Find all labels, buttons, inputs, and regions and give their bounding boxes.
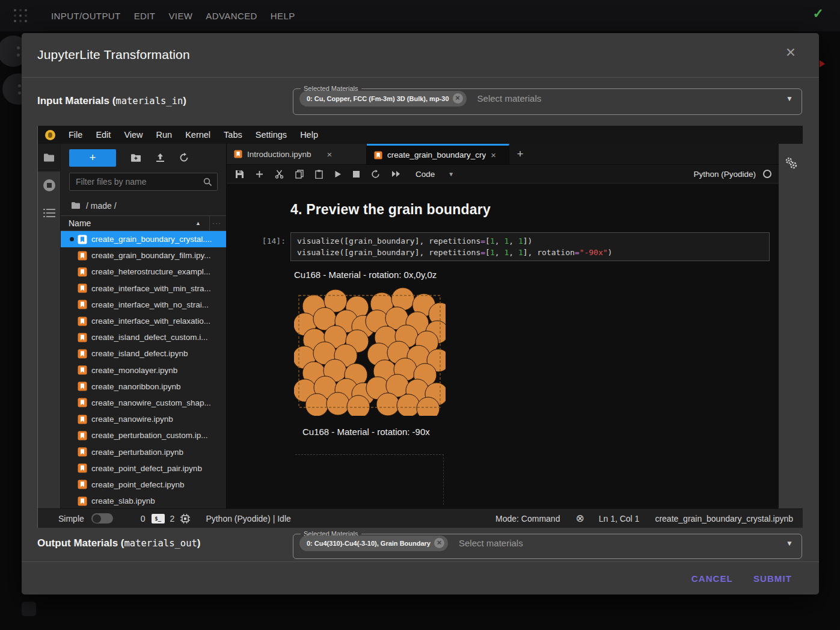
name-column-header[interactable]: Name <box>69 218 91 228</box>
notebook-content[interactable]: 4. Preview the grain boundary [14]: visu… <box>227 184 779 508</box>
code-cell[interactable]: visualize([grain_boundary], repetitions=… <box>290 232 770 261</box>
notifications-icon[interactable]: ⊗ <box>575 512 584 525</box>
kernel-name[interactable]: Python (Pyodide) <box>693 170 756 179</box>
file-row[interactable]: create_slab.ipynb <box>61 493 226 508</box>
file-name: create_nanowire.ipynb <box>91 415 173 424</box>
app-menu-item-help[interactable]: HELP <box>264 6 302 26</box>
jupyter-menu-item-tabs[interactable]: Tabs <box>217 127 249 143</box>
dropdown-arrow-icon[interactable]: ▼ <box>786 539 793 548</box>
jupyter-menu-item-view[interactable]: View <box>117 127 149 143</box>
filter-files-input[interactable]: Filter files by name <box>69 173 218 191</box>
cancel-button[interactable]: CANCEL <box>681 567 743 590</box>
new-folder-icon[interactable] <box>130 153 141 162</box>
editor-mode[interactable]: Mode: Command <box>495 514 560 523</box>
chip-remove-icon[interactable]: × <box>453 93 463 103</box>
restart-run-all-icon[interactable] <box>391 170 400 178</box>
file-row[interactable]: create_nanowire_custom_shap... <box>61 395 226 411</box>
copy-icon[interactable] <box>295 170 304 179</box>
insert-cell-icon[interactable] <box>256 170 263 178</box>
save-icon[interactable] <box>235 170 244 179</box>
stop-icon[interactable] <box>353 171 360 178</box>
app-logo-dots-icon[interactable] <box>13 8 28 23</box>
file-row[interactable]: create_point_defect_pair.ipynb <box>61 460 226 477</box>
cell-type-caret-icon[interactable]: ▼ <box>448 171 454 178</box>
screen: INPUT/OUTPUTEDITVIEWADVANCEDHELP ✓ Jupyt… <box>0 0 840 630</box>
input-materials-select[interactable]: Selected Materials 0: Cu, Copper, FCC (F… <box>293 85 802 115</box>
close-icon[interactable]: × <box>786 44 796 61</box>
file-row[interactable]: create_perturbation_custom.ip... <box>61 427 226 443</box>
restart-kernel-icon[interactable] <box>371 170 380 179</box>
right-sidebar-strip <box>779 144 803 508</box>
jupyterlite-transformation-dialog: JupyterLite Transformation × Input Mater… <box>22 33 819 594</box>
app-menu-item-input-output[interactable]: INPUT/OUTPUT <box>44 6 127 26</box>
property-inspector-gears-icon[interactable] <box>783 156 798 508</box>
jupyter-menu-item-run[interactable]: Run <box>150 127 179 143</box>
simple-mode-toggle[interactable] <box>91 513 113 523</box>
tab-introduction-ipynb[interactable]: Introduction.ipynb× <box>227 144 367 164</box>
file-row[interactable]: create_interface_with_no_strai... <box>61 297 226 313</box>
notebook-icon <box>78 480 87 489</box>
paste-icon[interactable] <box>315 170 323 179</box>
new-tab-button[interactable]: + <box>509 144 531 164</box>
file-row[interactable]: create_interface_with_min_stra... <box>61 280 226 297</box>
jupyter-menu-item-kernel[interactable]: Kernel <box>179 127 217 143</box>
tab-create-grain-boundary-cry[interactable]: create_grain_boundary_cry× <box>367 144 509 164</box>
output-materials-select[interactable]: Selected Materials 0: Cu4(310)-Cu4(-3-10… <box>293 530 802 559</box>
running-sessions-tab[interactable] <box>38 171 60 199</box>
tab-close-icon[interactable]: × <box>491 150 496 160</box>
submit-button[interactable]: SUBMIT <box>743 567 802 590</box>
cursor-position[interactable]: Ln 1, Col 1 <box>599 514 640 523</box>
upload-icon[interactable] <box>156 153 165 162</box>
file-row[interactable]: create_nanoribbon.ipynb <box>61 378 226 395</box>
file-row[interactable]: create_monolayer.ipynb <box>61 362 226 378</box>
table-of-contents-tab[interactable] <box>38 199 60 227</box>
app-menu-item-edit[interactable]: EDIT <box>127 6 162 26</box>
input-materials-placeholder[interactable]: Select materials <box>477 93 786 103</box>
terminals-count[interactable]: 0 <box>141 514 146 523</box>
pyodide-logo-icon <box>45 130 55 140</box>
run-icon[interactable] <box>334 170 342 178</box>
file-row[interactable]: create_island_defect_custom.i... <box>61 329 226 345</box>
app-menu-item-view[interactable]: VIEW <box>162 6 199 26</box>
file-row[interactable]: create_interface_with_relaxatio... <box>61 313 226 329</box>
file-row[interactable]: create_grain_boundary_crystal.... <box>61 231 226 247</box>
kernel-status-icon[interactable] <box>763 170 771 178</box>
output-materials-placeholder[interactable]: Select materials <box>459 538 786 548</box>
tab-close-icon[interactable]: × <box>327 149 333 159</box>
file-row[interactable]: create_heterostructure_exampl... <box>61 264 226 280</box>
cut-icon[interactable] <box>275 170 284 179</box>
breadcrumb-path: / made / <box>86 201 117 211</box>
jupyter-menu-item-edit[interactable]: Edit <box>89 127 117 143</box>
file-row[interactable]: create_grain_boundary_film.ipy... <box>61 247 226 264</box>
material-visualization[interactable] <box>294 287 446 416</box>
cell-type-select[interactable]: Code <box>415 170 435 179</box>
file-name: create_island_defect_custom.i... <box>91 333 208 342</box>
refresh-icon[interactable] <box>179 153 189 162</box>
chip-remove-icon[interactable]: × <box>434 538 444 548</box>
atom <box>376 393 399 416</box>
atom <box>347 395 370 416</box>
jupyter-menu-item-settings[interactable]: Settings <box>249 127 293 143</box>
kernels-count[interactable]: 2 <box>170 514 175 523</box>
notebook-panel: Introduction.ipynb×create_grain_boundary… <box>226 144 779 508</box>
home-folder-icon[interactable] <box>71 202 81 209</box>
breadcrumb[interactable]: / made / <box>61 196 226 215</box>
app-menu-item-advanced[interactable]: ADVANCED <box>199 6 263 26</box>
file-browser: + Filter files by name <box>60 144 226 508</box>
kernel-status-text[interactable]: Python (Pyodide) | Idle <box>206 514 290 523</box>
jupyter-menu-item-file[interactable]: File <box>62 127 89 143</box>
file-browser-tab[interactable] <box>38 144 60 171</box>
file-row[interactable]: create_nanowire.ipynb <box>61 411 226 427</box>
file-name: create_nanoribbon.ipynb <box>91 382 181 391</box>
file-row[interactable]: create_point_defect.ipynb <box>61 477 226 493</box>
output-material-chip[interactable]: 0: Cu4(310)-Cu4(-3-10), Grain Boundary × <box>299 536 448 551</box>
new-launcher-button[interactable]: + <box>69 149 116 167</box>
file-name: create_point_defect.ipynb <box>91 480 185 489</box>
input-material-chip[interactable]: 0: Cu, Copper, FCC (Fm-3m) 3D (Bulk), mp… <box>299 91 467 107</box>
file-row[interactable]: create_perturbation.ipynb <box>61 443 226 460</box>
jupyter-menu-item-help[interactable]: Help <box>293 127 325 143</box>
dropdown-arrow-icon[interactable]: ▼ <box>786 94 793 103</box>
file-row[interactable]: create_island_defect.ipynb <box>61 345 226 362</box>
file-list-header[interactable]: Name ▲ ··· <box>61 215 226 231</box>
notebook-icon <box>78 415 87 424</box>
